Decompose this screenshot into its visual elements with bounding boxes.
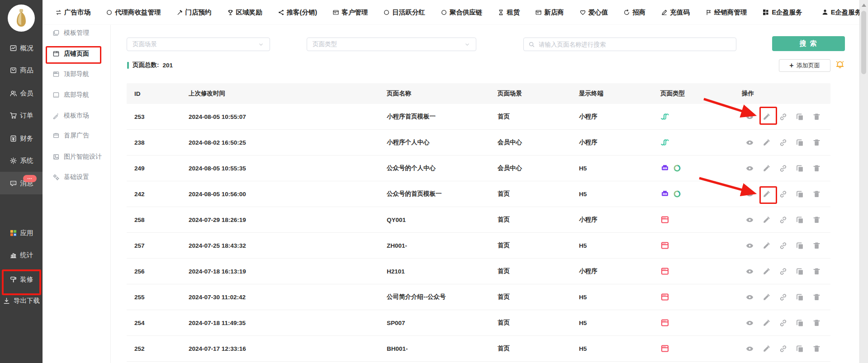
edit-button[interactable] — [762, 164, 771, 173]
search-input[interactable] — [538, 41, 731, 48]
sidebar-item-0[interactable]: 概况 — [0, 37, 43, 59]
link-button[interactable] — [779, 293, 787, 302]
delete-icon — [812, 267, 821, 276]
sidebar-item-5[interactable]: 系统 — [0, 149, 43, 172]
delete-button[interactable] — [812, 113, 821, 121]
topbar-right-item-0[interactable]: E企盈服务 — [762, 8, 802, 17]
view-button[interactable] — [745, 113, 754, 121]
copy-button[interactable] — [796, 164, 804, 173]
search-box — [523, 38, 736, 51]
search-button[interactable]: 搜 索 — [772, 36, 845, 51]
edit-button[interactable] — [762, 293, 771, 302]
link-button[interactable] — [779, 113, 787, 121]
avatar[interactable] — [8, 5, 35, 32]
delete-button[interactable] — [812, 319, 821, 327]
view-button[interactable] — [745, 319, 754, 327]
submenu-item-3[interactable]: 底部导航 — [43, 86, 110, 104]
link-button[interactable] — [779, 319, 787, 327]
topnav-item-11[interactable]: 招商 — [623, 8, 645, 17]
copy-button[interactable] — [796, 293, 804, 302]
topnav-item-3[interactable]: 区域奖励 — [227, 8, 262, 17]
delete-button[interactable] — [812, 190, 821, 198]
sidebar-item-4[interactable]: 财务 — [0, 127, 43, 150]
view-button[interactable] — [745, 241, 754, 250]
view-button[interactable] — [745, 216, 754, 224]
copy-button[interactable] — [796, 113, 804, 121]
edit-button[interactable] — [762, 138, 771, 147]
edit-button[interactable] — [762, 190, 771, 198]
cell-time: 2024-08-05 10:56:00 — [189, 191, 387, 198]
sidebar-bottom-item-0[interactable]: 应用 — [0, 222, 43, 244]
link-button[interactable] — [779, 216, 787, 224]
topnav-label: 充值码 — [670, 8, 690, 17]
sidebar-bottom-item-2[interactable]: 装修 — [0, 268, 43, 291]
add-page-button[interactable]: + 添加页面 — [779, 59, 830, 72]
topnav-item-7[interactable]: 聚合供应链 — [441, 8, 483, 17]
link-button[interactable] — [779, 241, 787, 250]
sidebar-bottom-item-3[interactable]: 导出下载 — [0, 289, 43, 312]
cell-time: 2024-07-18 11:49:35 — [189, 320, 387, 326]
delete-button[interactable] — [812, 267, 821, 276]
link-button[interactable] — [779, 190, 787, 198]
page-type-select[interactable]: 页面类型 — [307, 38, 476, 51]
edit-button[interactable] — [762, 241, 771, 250]
delete-button[interactable] — [812, 164, 821, 173]
submenu-item-0[interactable]: 模板管理 — [43, 24, 110, 42]
link-button[interactable] — [779, 267, 787, 276]
link-button[interactable] — [779, 344, 787, 353]
submenu-item-5[interactable]: 首屏广告 — [43, 127, 110, 145]
link-button[interactable] — [779, 138, 787, 147]
submenu-item-6[interactable]: 图片智能设计 — [43, 148, 110, 166]
edit-button[interactable] — [762, 216, 771, 224]
view-button[interactable] — [745, 293, 754, 302]
topnav-item-9[interactable]: 新店商 — [535, 8, 564, 17]
submenu-item-4[interactable]: 模板市场 — [43, 107, 110, 125]
sidebar-item-label: 系统 — [20, 156, 33, 165]
topnav-item-1[interactable]: 代理商收益管理 — [106, 8, 161, 17]
sidebar-item-3[interactable]: 订单 — [0, 104, 43, 127]
topnav-item-6[interactable]: 日活跃分红 — [383, 8, 425, 17]
topnav-item-13[interactable]: 经销商管理 — [705, 8, 747, 17]
delete-button[interactable] — [812, 138, 821, 147]
edit-button[interactable] — [762, 113, 771, 121]
link-icon — [779, 267, 787, 276]
copy-button[interactable] — [796, 241, 804, 250]
page-scene-select[interactable]: 页面场景 — [127, 38, 270, 51]
edit-button[interactable] — [762, 319, 771, 327]
topnav-item-5[interactable]: 客户管理 — [332, 8, 368, 17]
edit-button[interactable] — [762, 267, 771, 276]
topnav-item-12[interactable]: 充值码 — [661, 8, 690, 17]
copy-button[interactable] — [796, 190, 804, 198]
submenu-item-2[interactable]: 顶部导航 — [43, 65, 110, 83]
copy-button[interactable] — [796, 344, 804, 353]
topnav-item-8[interactable]: 租赁 — [498, 8, 520, 17]
copy-button[interactable] — [796, 267, 804, 276]
scrollbar-thumb[interactable] — [861, 11, 866, 74]
edit-button[interactable] — [762, 344, 771, 353]
delete-button[interactable] — [812, 216, 821, 224]
copy-button[interactable] — [796, 216, 804, 224]
topnav-item-10[interactable]: 爱心值 — [579, 8, 608, 17]
view-button[interactable] — [745, 138, 754, 147]
copy-button[interactable] — [796, 319, 804, 327]
view-button[interactable] — [745, 267, 754, 276]
scroll-up-arrow-icon[interactable] — [862, 4, 866, 7]
view-button[interactable] — [745, 190, 754, 198]
submenu-item-1[interactable]: 店铺页面 — [43, 45, 110, 63]
topnav-item-2[interactable]: 门店预约 — [176, 8, 212, 17]
copy-button[interactable] — [796, 138, 804, 147]
delete-button[interactable] — [812, 293, 821, 302]
view-button[interactable] — [745, 164, 754, 173]
sidebar-bottom-item-1[interactable]: 统计 — [0, 244, 43, 266]
submenu-item-7[interactable]: 基础设置 — [43, 168, 110, 186]
link-button[interactable] — [779, 164, 787, 173]
alarm-bell-icon[interactable] — [835, 60, 845, 71]
topnav-item-0[interactable]: 广告市场 — [55, 8, 90, 17]
delete-button[interactable] — [812, 241, 821, 250]
sidebar-item-6[interactable]: 消息 — [0, 172, 43, 194]
delete-button[interactable] — [812, 344, 821, 353]
sidebar-item-1[interactable]: 商品 — [0, 59, 43, 81]
topnav-item-4[interactable]: 推客(分销) — [278, 8, 318, 17]
sidebar-item-2[interactable]: 会员 — [0, 82, 43, 104]
view-button[interactable] — [745, 344, 754, 353]
